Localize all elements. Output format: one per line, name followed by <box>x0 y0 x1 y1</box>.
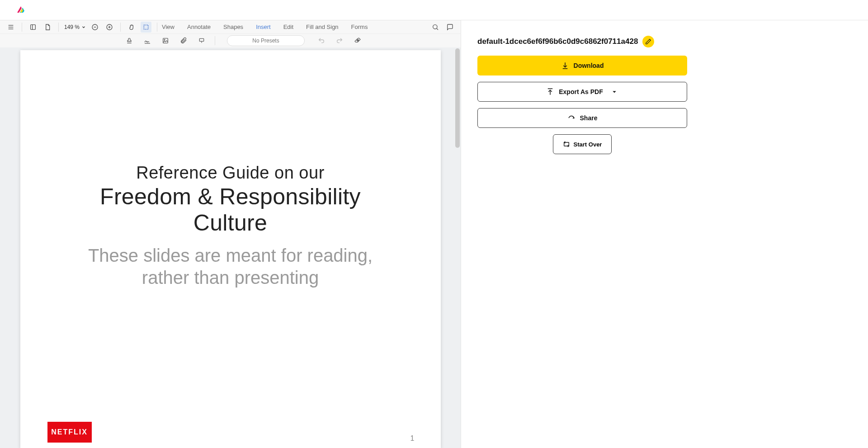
tab-insert[interactable]: Insert <box>256 24 271 30</box>
start-over-label: Start Over <box>574 141 602 148</box>
upload-icon <box>546 88 554 96</box>
presets-placeholder: No Presets <box>252 38 279 44</box>
tab-fill-and-sign[interactable]: Fill and Sign <box>306 24 339 30</box>
share-label: Share <box>580 114 598 122</box>
chevron-down-icon <box>610 88 618 96</box>
slide-overline: Reference Guide on our <box>20 163 441 183</box>
app-header <box>0 0 868 20</box>
sidebar-toggle-icon[interactable] <box>28 22 38 33</box>
tab-view[interactable]: View <box>162 24 175 30</box>
zoom-level-text: 149 % <box>64 24 80 30</box>
file-name-row: default-1dcec6ef6f96b6c0d9c6862f0711a428 <box>477 36 852 47</box>
svg-rect-15 <box>163 38 168 43</box>
app-logo-icon <box>15 5 26 15</box>
svg-rect-17 <box>199 38 203 41</box>
tab-edit[interactable]: Edit <box>283 24 293 30</box>
svg-rect-3 <box>31 24 36 29</box>
primary-toolbar: 149 % View <box>0 20 461 34</box>
redo-icon[interactable] <box>335 36 344 46</box>
stamp-icon[interactable] <box>124 36 134 46</box>
hamburger-menu-icon[interactable] <box>5 22 16 33</box>
start-over-button[interactable]: Start Over <box>553 134 612 154</box>
insert-toolbar: No Presets <box>0 34 461 47</box>
download-label: Download <box>574 62 604 69</box>
toolbar-tabs: View Annotate Shapes Insert Edit Fill an… <box>162 24 368 30</box>
slide-title: Freedom & Responsibility Culture <box>20 184 441 236</box>
callout-tool-icon[interactable] <box>197 36 207 46</box>
zoom-level-selector[interactable]: 149 % <box>64 24 86 30</box>
comments-icon[interactable] <box>444 22 455 33</box>
tab-forms[interactable]: Forms <box>351 24 368 30</box>
netflix-logo-badge: NETFLIX <box>47 422 92 443</box>
slide-sub-line2: rather than presenting <box>142 268 319 288</box>
svg-rect-10 <box>144 25 148 29</box>
page-outline-icon[interactable] <box>42 22 53 33</box>
svg-point-11 <box>433 24 437 28</box>
svg-line-12 <box>437 28 438 29</box>
share-button[interactable]: Share <box>477 108 687 128</box>
zoom-in-icon[interactable] <box>104 22 115 33</box>
selection-marquee-icon[interactable] <box>141 22 151 33</box>
undo-icon[interactable] <box>316 36 326 46</box>
slide-title-line1: Freedom & Responsibility <box>100 184 361 209</box>
netflix-logo-text: NETFLIX <box>51 428 88 436</box>
svg-point-16 <box>164 39 165 40</box>
document-viewport[interactable]: Reference Guide on our Freedom & Respons… <box>0 47 461 448</box>
eraser-icon[interactable] <box>353 36 363 46</box>
download-icon <box>561 61 569 70</box>
pan-hand-icon[interactable] <box>126 22 137 33</box>
document-page[interactable]: Reference Guide on our Freedom & Respons… <box>20 50 441 448</box>
slide-sub-line1: These slides are meant for reading, <box>88 245 373 265</box>
zoom-out-icon[interactable] <box>90 22 100 33</box>
image-insert-icon[interactable] <box>160 36 170 46</box>
tab-annotate[interactable]: Annotate <box>187 24 211 30</box>
export-button[interactable]: Export As PDF <box>477 82 687 102</box>
page-number: 1 <box>410 434 415 443</box>
pencil-icon <box>645 38 651 45</box>
action-sidebar: default-1dcec6ef6f96b6c0d9c6862f0711a428… <box>461 20 868 448</box>
search-icon[interactable] <box>430 22 441 33</box>
download-button[interactable]: Download <box>477 56 687 75</box>
tab-shapes[interactable]: Shapes <box>223 24 243 30</box>
editor-pane: 149 % View <box>0 20 461 448</box>
slide-subtitle: These slides are meant for reading, rath… <box>20 245 441 289</box>
export-label: Export As PDF <box>559 88 603 95</box>
toolbar-divider <box>215 36 215 45</box>
presets-dropdown[interactable]: No Presets <box>227 35 305 46</box>
toolbar-divider <box>157 23 157 32</box>
slide-title-line2: Culture <box>193 210 267 236</box>
attachment-icon[interactable] <box>179 36 189 46</box>
edit-filename-button[interactable] <box>642 36 654 47</box>
file-name-text: default-1dcec6ef6f96b6c0d9c6862f0711a428 <box>477 37 638 46</box>
restart-icon <box>563 141 570 148</box>
share-arrow-icon <box>567 114 576 122</box>
signature-icon[interactable] <box>142 36 152 46</box>
